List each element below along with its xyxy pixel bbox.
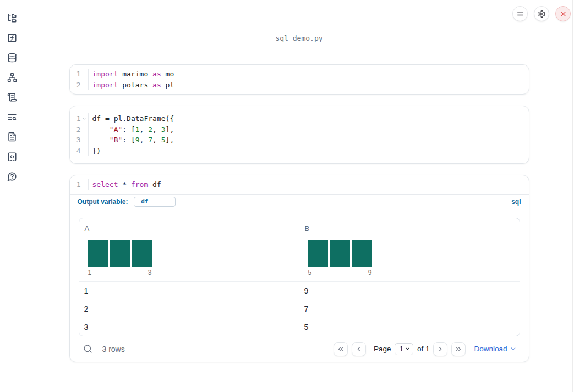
line-number: 4 bbox=[70, 146, 88, 157]
last-page-button[interactable] bbox=[451, 342, 466, 356]
chevron-right-icon bbox=[436, 345, 444, 353]
code-lines: import marimo as moimport polars as pl bbox=[89, 69, 174, 90]
histogram-range-labels: 59 bbox=[308, 269, 372, 277]
network-icon bbox=[7, 73, 17, 82]
line-number-text: 1 bbox=[76, 179, 81, 190]
code-line: }) bbox=[92, 146, 174, 157]
function-square-icon bbox=[7, 33, 17, 43]
histogram-bar bbox=[132, 240, 152, 267]
line-number: 2 bbox=[70, 80, 88, 91]
code-line: import polars as pl bbox=[92, 80, 174, 91]
code-line: select * from df bbox=[92, 179, 161, 190]
chevrons-left-icon bbox=[337, 345, 345, 353]
download-button[interactable]: Download bbox=[474, 345, 516, 353]
file-text-icon bbox=[7, 132, 17, 142]
first-page-button[interactable] bbox=[334, 342, 348, 356]
sidebar-item-documentation[interactable] bbox=[7, 132, 17, 142]
chevron-down-icon[interactable] bbox=[81, 116, 87, 122]
table-header-row: A13B59 bbox=[79, 218, 520, 281]
sidebar-item-data-sources[interactable] bbox=[7, 53, 17, 63]
code-cell-imports: 12import marimo as moimport polars as pl bbox=[69, 64, 529, 95]
fold-slot-empty bbox=[81, 135, 88, 146]
page-total-label: of 1 bbox=[417, 345, 430, 353]
next-page-button[interactable] bbox=[433, 342, 447, 356]
code-lines: select * from df bbox=[89, 179, 161, 190]
sidebar-item-file-explorer[interactable] bbox=[7, 13, 17, 23]
column-histogram[interactable] bbox=[308, 240, 514, 267]
download-label: Download bbox=[474, 345, 507, 353]
previous-page-button[interactable] bbox=[352, 342, 366, 356]
line-number-text: 2 bbox=[76, 80, 81, 91]
histogram-bar bbox=[88, 240, 108, 267]
line-number-gutter: 12 bbox=[70, 69, 89, 90]
table-footer: 3 rowsPage1of 1Download bbox=[79, 336, 520, 362]
fold-slot-empty bbox=[81, 80, 88, 91]
table-cell: 1 bbox=[79, 286, 299, 295]
table-cell: 3 bbox=[79, 323, 299, 332]
sidebar-item-dependencies[interactable] bbox=[7, 73, 17, 82]
code-cell-dataframe: 1234df = pl.DataFrame({ "A": [1, 2, 3], … bbox=[69, 106, 529, 164]
fold-chevron-slot bbox=[81, 113, 88, 124]
code-editor[interactable]: 1234df = pl.DataFrame({ "A": [1, 2, 3], … bbox=[70, 106, 529, 163]
output-variable-row: Output variable:sql bbox=[70, 194, 529, 209]
code-editor[interactable]: 1select * from df bbox=[70, 175, 529, 194]
cell-output: A13B591927353 rowsPage1of 1Download bbox=[70, 209, 529, 362]
code-editor[interactable]: 12import marimo as moimport polars as pl bbox=[70, 65, 529, 94]
sidebar-item-logs[interactable] bbox=[7, 112, 17, 122]
fold-slot-empty bbox=[81, 69, 88, 80]
sidebar-item-variables[interactable] bbox=[7, 33, 17, 43]
column-header: B59 bbox=[299, 218, 520, 281]
fold-slot-empty bbox=[81, 179, 88, 190]
line-number: 2 bbox=[70, 124, 88, 135]
help-bubble-icon bbox=[7, 172, 17, 181]
histogram-max-label: 3 bbox=[148, 269, 152, 277]
line-number: 3 bbox=[70, 135, 88, 146]
scroll-text-icon bbox=[7, 92, 17, 102]
sql-cell: 1select * from dfOutput variable:sqlA13B… bbox=[69, 175, 529, 362]
sidebar-item-snippets[interactable] bbox=[7, 152, 17, 162]
notebook-filename: sql_demo.py bbox=[69, 34, 529, 42]
line-number-text: 1 bbox=[76, 69, 81, 80]
code-line: "B": [9, 7, 5], bbox=[92, 135, 174, 146]
chevrons-right-icon bbox=[455, 345, 462, 353]
notebook-main: sql_demo.py 12import marimo as moimport … bbox=[24, 0, 574, 392]
text-search-icon bbox=[7, 112, 17, 122]
code-line: "A": [1, 2, 3], bbox=[92, 124, 174, 135]
sidebar-item-outline[interactable] bbox=[7, 92, 17, 102]
page-select-value: 1 bbox=[399, 345, 403, 353]
line-number-gutter: 1 bbox=[70, 179, 89, 190]
column-histogram[interactable] bbox=[88, 240, 294, 267]
search-button[interactable] bbox=[83, 344, 94, 355]
database-icon bbox=[7, 53, 17, 63]
histogram-bar bbox=[352, 240, 372, 267]
line-number-text: 1 bbox=[76, 113, 81, 124]
column-name[interactable]: B bbox=[305, 224, 310, 233]
page-select[interactable]: 1 bbox=[395, 343, 413, 355]
output-variable-label: Output variable: bbox=[78, 198, 128, 206]
language-badge: sql bbox=[511, 198, 521, 206]
column-name[interactable]: A bbox=[85, 224, 90, 233]
histogram-min-label: 5 bbox=[308, 269, 312, 277]
chevron-down-icon bbox=[404, 346, 411, 352]
table-cell: 7 bbox=[299, 305, 520, 313]
table-cell: 2 bbox=[79, 305, 299, 313]
folder-tree-icon bbox=[7, 13, 17, 23]
line-number: 1 bbox=[70, 179, 88, 190]
line-number: 1 bbox=[70, 69, 88, 80]
output-variable-input[interactable] bbox=[134, 197, 176, 207]
sidebar-item-help[interactable] bbox=[7, 172, 17, 181]
chevron-down-icon bbox=[510, 345, 517, 352]
histogram-bar bbox=[308, 240, 328, 267]
line-number-text: 2 bbox=[76, 124, 81, 135]
row-count: 3 rows bbox=[102, 345, 125, 354]
line-number: 1 bbox=[70, 113, 88, 124]
table-row: 35 bbox=[79, 318, 520, 336]
dataframe-table: A13B59192735 bbox=[79, 218, 520, 336]
code-line: df = pl.DataFrame({ bbox=[92, 113, 174, 124]
line-number-text: 4 bbox=[76, 146, 81, 157]
table-cell: 9 bbox=[299, 286, 520, 295]
column-header: A13 bbox=[79, 218, 299, 281]
line-number-gutter: 1234 bbox=[70, 113, 89, 156]
table-row: 19 bbox=[79, 281, 520, 300]
fold-slot-empty bbox=[81, 124, 88, 135]
